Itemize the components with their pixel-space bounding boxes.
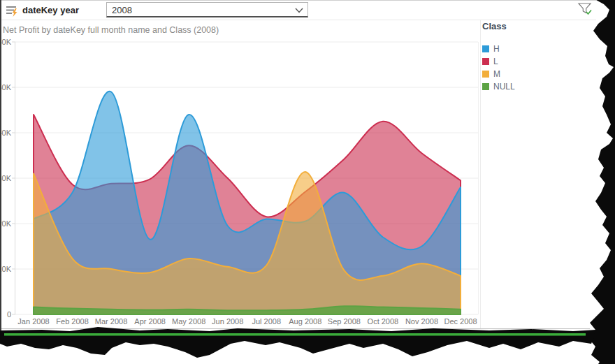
window-border-top [0,0,596,1]
x-tick-label: Sep 2008 [328,317,361,326]
slicer-header: dateKey year 2008 [1,1,596,20]
x-tick-label: Mar 2008 [95,317,127,326]
slicer-title: dateKey year [22,5,79,15]
y-tick-label: 0 [7,310,11,319]
legend-label: M [493,69,500,79]
torn-edge-right [588,0,615,364]
legend-swatch-H [482,45,489,52]
legend-title: Class [482,21,587,31]
legend-label: NULL [493,82,515,92]
legend-item-NULL[interactable]: NULL [482,80,587,93]
filter-funnel-icon[interactable] [577,3,594,17]
y-tick-label: 10K [0,265,12,273]
legend-label: H [493,44,500,54]
legend-swatch-L [482,58,489,65]
legend-swatch-NULL [482,83,489,90]
app-window: dateKey year 2008 Net Profit by dateKey … [0,0,615,364]
year-dropdown-value: 2008 [112,5,132,15]
x-tick-label: Apr 2008 [134,317,166,326]
window-border-left [0,0,1,333]
x-tick-label: Feb 2008 [56,317,88,326]
y-tick-label: 60K [0,38,12,46]
y-tick-label: 40K [0,129,12,137]
year-dropdown[interactable]: 2008 [106,2,308,17]
checkmark-icon [586,10,591,15]
y-tick-label: 30K [0,174,12,182]
legend: Class HLMNULL [482,21,587,93]
green-stripe [4,333,586,336]
torn-edge-bottom [0,327,595,358]
legend-item-H[interactable]: H [482,43,587,55]
x-tick-label: Jul 2008 [252,317,281,326]
x-tick-label: May 2008 [172,317,205,326]
area-chart: 010K20K30K40K50K60KJan 2008Feb 2008Mar 2… [0,20,480,330]
x-tick-label: Aug 2008 [289,317,321,326]
plot-legend-separator [480,20,481,328]
y-tick-label: 50K [0,83,12,92]
legend-item-M[interactable]: M [482,68,587,80]
x-tick-label: Oct 2008 [368,317,399,326]
window-border-bottom [1,328,590,329]
x-tick-label: Jan 2008 [17,317,49,326]
slicer-icon [6,5,20,17]
x-tick-label: Jun 2008 [212,317,243,326]
x-tick-label: Dec 2008 [444,317,477,326]
y-tick-label: 20K [0,219,12,228]
legend-items: HLMNULL [482,43,587,93]
legend-swatch-M [482,71,489,78]
legend-item-L[interactable]: L [482,55,587,68]
legend-label: L [493,57,498,66]
x-tick-label: Nov 2008 [405,317,438,326]
chevron-down-icon [295,8,303,13]
